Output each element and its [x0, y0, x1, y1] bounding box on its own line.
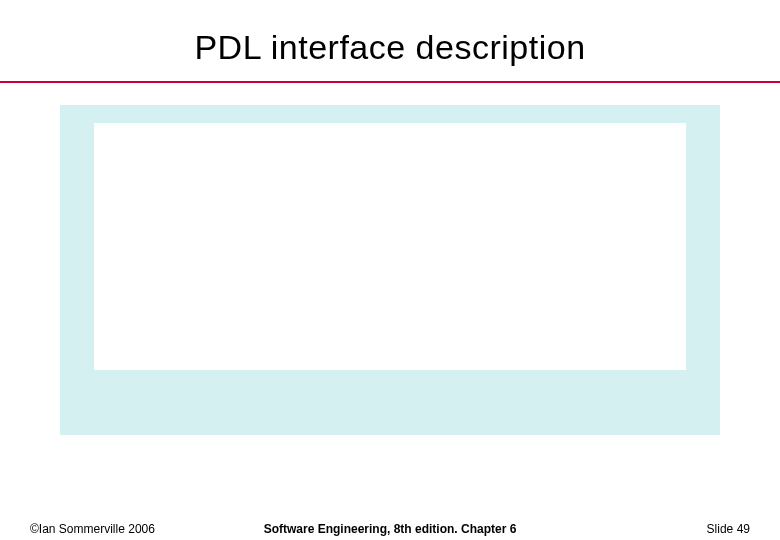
footer-page: Slide 49	[707, 522, 750, 536]
footer-page-number: 49	[737, 522, 750, 536]
footer-copyright: ©Ian Sommerville 2006	[30, 522, 155, 536]
slide-title: PDL interface description	[0, 0, 780, 81]
footer-page-label: Slide	[707, 522, 737, 536]
title-divider	[0, 81, 780, 83]
content-area	[60, 105, 720, 435]
footer-center: Software Engineering, 8th edition. Chapt…	[264, 522, 517, 536]
slide-container: PDL interface description ©Ian Sommervil…	[0, 0, 780, 540]
content-inner-box	[94, 123, 686, 370]
